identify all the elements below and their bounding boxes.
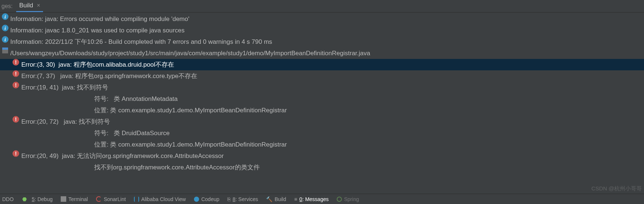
message-text: Error:(20, 49) java: 无法访问org.springframe…: [21, 150, 224, 162]
terminal-icon: [61, 196, 66, 202]
message-row[interactable]: !Error:(20, 72) java: 找不到符号: [0, 116, 644, 127]
message-text: Error:(3, 30) java: 程序包com.alibaba.druid…: [21, 59, 174, 70]
message-row[interactable]: !Error:(19, 41) java: 找不到符号: [0, 82, 644, 93]
info-icon: i: [2, 25, 8, 31]
close-icon[interactable]: ×: [37, 2, 40, 9]
message-row[interactable]: /Users/wangzeyu/Downloads/study/project/…: [0, 48, 644, 59]
message-row[interactable]: iInformation: 2022/11/2 下午10:26 - Build …: [0, 36, 644, 48]
toolwindow-build[interactable]: 🔨 Build: [266, 196, 286, 202]
message-row[interactable]: !Error:(7, 37) java: 程序包org.springframew…: [0, 70, 644, 82]
messages-tree[interactable]: iInformation: java: Errors occurred whil…: [0, 13, 644, 173]
services-icon: ⎘: [227, 196, 230, 202]
panel-prefix: ges:: [1, 3, 16, 10]
message-row[interactable]: 位置: 类 com.example.study1.demo.MyImportBe…: [0, 139, 644, 150]
spring-icon: [337, 197, 342, 202]
info-icon: i: [2, 13, 8, 20]
toolwindow-codeup[interactable]: Codeup: [194, 196, 219, 202]
toolwindow-terminal[interactable]: Terminal: [61, 196, 88, 202]
alicloud-icon: [134, 197, 139, 202]
error-icon: !: [13, 116, 19, 123]
message-text: /Users/wangzeyu/Downloads/study/project/…: [10, 48, 370, 59]
message-row[interactable]: iInformation: java: Errors occurred whil…: [0, 13, 644, 25]
toolwindow-alicloud[interactable]: Alibaba Cloud View: [134, 196, 186, 202]
tool-window-bar: DDO 5: Debug 5: Debug Terminal SonarLint…: [0, 194, 644, 204]
messages-icon: ≡: [294, 196, 297, 202]
message-text: Information: 2022/11/2 下午10:26 - Build c…: [10, 36, 272, 48]
watermark: CSDN @杭州小哥哥: [591, 185, 642, 192]
message-row[interactable]: 符号: 类 AnnotationMetadata: [0, 93, 644, 105]
error-icon: !: [13, 59, 19, 66]
message-text: Information: javac 1.8.0_201 was used to…: [10, 25, 184, 36]
message-text: 位置: 类 com.example.study1.demo.MyImportBe…: [94, 105, 287, 116]
error-icon: !: [13, 70, 19, 77]
toolwindow-spring[interactable]: Spring: [337, 196, 359, 202]
message-text: Information: java: Errors occurred while…: [10, 13, 189, 25]
message-text: 找不到org.springframework.core.AttributeAcc…: [94, 162, 260, 173]
error-icon: !: [13, 82, 19, 88]
toolwindow-todo[interactable]: DDO: [2, 196, 14, 202]
toolwindow-debug[interactable]: 5: Debug 5: Debug: [22, 196, 53, 202]
info-icon: i: [2, 36, 8, 43]
toolwindow-services[interactable]: ⎘ 8: Services 8: Services: [227, 196, 258, 202]
message-row[interactable]: 符号: 类 DruidDataSource: [0, 127, 644, 139]
message-text: 符号: 类 DruidDataSource: [94, 127, 170, 139]
sonarlint-icon: [96, 196, 102, 202]
tab-label: Build: [19, 2, 33, 9]
messages-tabbar: ges: Build ×: [0, 0, 644, 13]
message-row[interactable]: !Error:(3, 30) java: 程序包com.alibaba.drui…: [0, 59, 644, 70]
toolwindow-sonarlint[interactable]: SonarLint: [96, 196, 126, 202]
codeup-icon: [194, 197, 199, 202]
message-row[interactable]: iInformation: javac 1.8.0_201 was used t…: [0, 25, 644, 36]
message-row[interactable]: 找不到org.springframework.core.AttributeAcc…: [0, 162, 644, 173]
message-text: 位置: 类 com.example.study1.demo.MyImportBe…: [94, 139, 287, 150]
tab-build[interactable]: Build ×: [16, 0, 43, 12]
message-row[interactable]: !Error:(20, 49) java: 无法访问org.springfram…: [0, 150, 644, 162]
message-row[interactable]: 位置: 类 com.example.study1.demo.MyImportBe…: [0, 105, 644, 116]
error-icon: !: [13, 150, 19, 157]
toolwindow-messages[interactable]: ≡ 0: Messages 0: Messages: [294, 196, 329, 202]
java-file-icon: [2, 48, 8, 53]
message-text: Error:(19, 41) java: 找不到符号: [21, 82, 108, 93]
message-text: Error:(20, 72) java: 找不到符号: [21, 116, 110, 127]
message-text: Error:(7, 37) java: 程序包org.springframewo…: [21, 70, 197, 82]
build-icon: 🔨: [266, 196, 272, 202]
bug-icon: [22, 196, 27, 202]
message-text: 符号: 类 AnnotationMetadata: [94, 93, 178, 105]
